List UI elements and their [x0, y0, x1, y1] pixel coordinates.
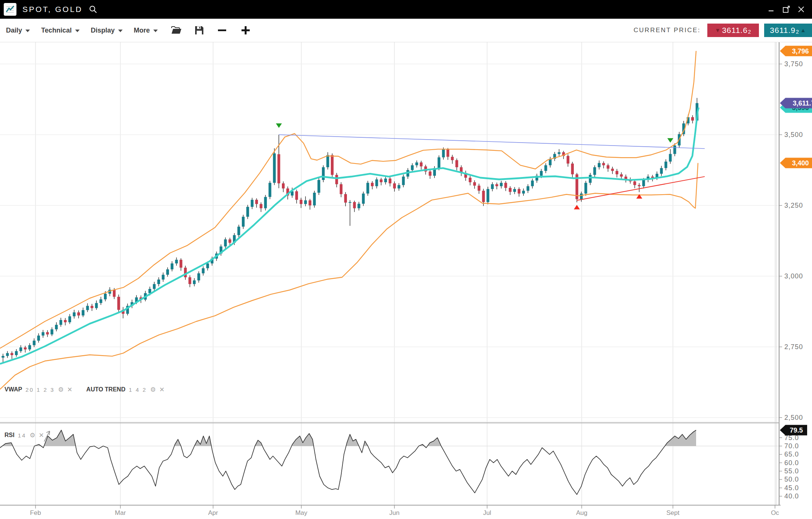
zoom-in-icon[interactable]	[240, 25, 251, 36]
candle-body	[509, 188, 511, 192]
gear-icon[interactable]: ⚙	[30, 431, 35, 439]
gear-icon[interactable]: ⚙	[150, 386, 156, 393]
candle-body	[224, 239, 227, 247]
candle-body	[366, 183, 369, 194]
axis-badge-value: 3,400	[792, 159, 809, 167]
candle-body	[518, 189, 520, 193]
candle-body	[260, 204, 262, 208]
zoom-out-icon[interactable]	[217, 25, 227, 36]
chevron-down-icon	[25, 30, 30, 32]
candle-body	[37, 336, 40, 341]
candle-body	[28, 345, 31, 349]
candle-body	[567, 156, 569, 164]
candle-body	[362, 193, 365, 204]
month-label: Oc	[771, 509, 779, 516]
toolbar: Daily Technical Display More	[0, 19, 812, 42]
candle-body	[340, 184, 342, 194]
candle-body	[558, 152, 560, 154]
candle-body	[384, 178, 387, 182]
chevron-down-icon	[75, 30, 80, 32]
candle-body	[268, 183, 271, 197]
candle-body	[589, 175, 591, 183]
candle-body	[313, 193, 316, 205]
candle-body	[33, 341, 36, 345]
candle-body	[277, 154, 280, 183]
candle-body	[531, 180, 533, 186]
candle-body	[175, 260, 178, 263]
candle-body	[117, 297, 120, 310]
candle-body	[357, 204, 360, 208]
auto-trend-legend: AUTO TREND 1 4 2 ⚙ ✕	[86, 386, 164, 393]
trendline-resistance[interactable]	[279, 135, 705, 149]
candle-body	[380, 179, 382, 182]
candle-body	[429, 171, 431, 175]
candle-body	[202, 268, 204, 274]
candle-body	[322, 167, 325, 180]
gear-icon[interactable]: ⚙	[58, 386, 64, 393]
axis-tick-label: 40.0	[784, 492, 799, 500]
candle-body	[237, 227, 240, 235]
candle-body	[411, 165, 413, 170]
candle-body	[633, 181, 636, 185]
chevron-down-icon	[118, 30, 123, 32]
menu-display[interactable]: Display	[91, 27, 123, 34]
candle-body	[607, 165, 609, 169]
candle-body	[255, 200, 258, 204]
candle-body	[389, 178, 391, 183]
close-icon[interactable]	[796, 4, 807, 15]
candle-body	[495, 184, 498, 186]
month-label: Jul	[483, 509, 491, 516]
rsi-legend: RSI 14 ⚙ ✕	[4, 431, 44, 439]
close-icon[interactable]: ✕	[39, 431, 44, 439]
close-icon[interactable]: ✕	[67, 386, 73, 393]
candle-body	[295, 191, 298, 200]
popout-icon[interactable]	[781, 4, 792, 15]
menu-daily[interactable]: Daily	[6, 27, 30, 34]
candle-body	[469, 178, 471, 182]
candle-body	[251, 200, 253, 207]
candle-body	[602, 163, 605, 165]
minimize-icon[interactable]	[766, 4, 777, 15]
month-label: Feb	[30, 509, 41, 516]
candle-body	[353, 202, 356, 208]
chart-canvas[interactable]: 3,7503,5003,2503,0002,7502,50075.070.065…	[0, 0, 812, 519]
candle-body	[86, 306, 89, 310]
candle-body	[473, 182, 476, 186]
candle-body	[55, 325, 58, 329]
candle-body	[326, 155, 329, 167]
close-icon[interactable]: ✕	[159, 386, 164, 393]
rsi-line	[0, 430, 696, 495]
candle-body	[10, 353, 13, 355]
candle-body	[478, 186, 480, 191]
candle-body	[82, 310, 84, 315]
month-label: May	[295, 509, 308, 516]
candle-body	[193, 280, 196, 284]
candle-body	[282, 183, 284, 189]
candle-body	[59, 320, 62, 325]
candle-body	[335, 175, 338, 184]
candle-body	[527, 186, 529, 191]
axis-tick-label: 55.0	[784, 467, 799, 475]
candle-body	[166, 269, 169, 275]
candle-body	[162, 275, 164, 280]
save-icon[interactable]	[194, 25, 204, 35]
open-folder-icon[interactable]	[170, 25, 182, 35]
vwap-legend: VWAP 20 1 2 3 ⚙ ✕	[4, 386, 73, 393]
axis-tick-label: 65.0	[784, 451, 799, 458]
candle-body	[620, 174, 622, 177]
candle-body	[420, 162, 422, 167]
candle-body	[451, 157, 453, 160]
menu-technical[interactable]: Technical	[41, 27, 80, 34]
axis-badge-value: 79.5	[790, 427, 803, 434]
menu-more[interactable]: More	[134, 27, 158, 34]
candle-body	[19, 348, 22, 351]
search-icon[interactable]	[89, 5, 98, 14]
candle-body	[611, 169, 614, 171]
axis-tick-label: 3,750	[784, 60, 803, 68]
candle-body	[153, 284, 156, 289]
chevron-down-icon	[153, 30, 158, 32]
candle-body	[308, 200, 311, 205]
candle-body	[242, 217, 244, 226]
month-label: Sept	[667, 509, 680, 516]
candle-body	[402, 177, 405, 185]
